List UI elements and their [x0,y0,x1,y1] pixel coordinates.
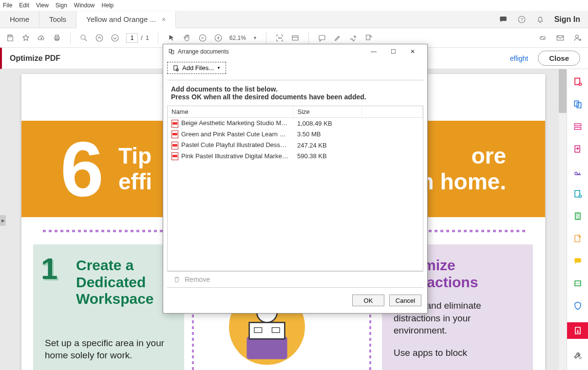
svg-rect-13 [319,35,325,39]
maximize-icon[interactable]: ☐ [383,48,403,55]
tab-tools[interactable]: Tools [39,11,76,28]
card1-number: 1 [41,251,57,286]
file-name: Beige Aesthetic Marketing Studio Monthly… [168,118,293,129]
rail-protect-icon[interactable] [572,300,584,312]
rail-create-pdf-icon[interactable] [572,76,584,88]
fit-width-icon[interactable] [275,34,284,42]
file-size: 590.38 KB [293,151,361,162]
menu-help[interactable]: Help [102,2,114,9]
preflight-button[interactable]: eflight [510,55,528,62]
rail-compress-icon[interactable] [572,210,584,222]
stamp-icon[interactable] [364,34,373,42]
scrollbar-thumb[interactable] [559,69,567,113]
page-up-icon[interactable] [95,34,104,42]
tab-document[interactable]: Yellow and Orange ... × [76,11,176,28]
rail-edit-icon[interactable] [572,121,584,132]
file-name: Pink Pastel Illustrative Digital Marketi… [168,151,293,162]
col-size[interactable]: Size [293,106,361,118]
zoom-out-icon[interactable] [198,34,207,42]
table-row[interactable]: Green and Pink Pastel Cute Learn How to … [168,129,423,140]
save-icon[interactable] [6,34,15,42]
star-icon[interactable] [21,34,30,42]
svg-rect-29 [574,124,581,126]
file-size: 1,008.49 KB [293,118,361,129]
svg-rect-15 [557,36,564,40]
dialog-msg-2: Press OK when all the desired documents … [171,93,366,101]
select-tool-icon[interactable] [167,34,176,42]
fit-page-icon[interactable] [291,34,300,42]
rail-redact-icon[interactable] [572,233,584,244]
close-tab-icon[interactable]: × [162,16,166,23]
sign-in-button[interactable]: Sign In [554,15,580,24]
trash-icon [173,276,181,283]
close-bar-button[interactable]: Close [538,51,580,66]
rail-combine-icon[interactable] [572,98,584,110]
svg-rect-3 [9,35,11,37]
highlight-icon[interactable] [333,34,342,42]
menu-edit[interactable]: Edit [19,2,29,9]
page-indicator: / 1 [126,33,149,43]
vertical-scrollbar[interactable] [559,69,567,370]
menu-view[interactable]: View [36,2,49,9]
link-icon[interactable] [538,34,547,42]
optimize-title: Optimize PDF [10,54,60,63]
rail-comment-pane-icon[interactable] [572,255,584,267]
rail-more-tools-icon[interactable] [572,350,584,361]
table-row[interactable]: Pastel Cute Playful Illustrated Dessert … [168,140,423,151]
svg-rect-0 [500,17,507,21]
page-total: 1 [146,34,149,41]
share-user-icon[interactable] [573,34,582,42]
find-icon[interactable] [79,34,88,42]
svg-rect-35 [577,213,578,219]
help-icon[interactable]: ? [517,15,526,24]
tab-document-label: Yellow and Orange ... [86,15,156,23]
hand-tool-icon[interactable] [183,34,191,42]
page-down-icon[interactable] [111,34,119,42]
tab-home[interactable]: Home [0,11,39,28]
file-size: 247.24 KB [293,140,361,151]
cloud-icon[interactable] [37,34,46,42]
dialog-message: Add documents to the list below. Press O… [167,80,423,106]
svg-rect-38 [575,281,581,286]
mail-icon[interactable] [556,34,565,42]
annotate-icon[interactable] [318,34,326,42]
rail-scan-icon[interactable] [572,278,584,289]
svg-point-7 [81,35,85,39]
right-tool-rail [567,69,588,370]
table-row[interactable]: Pink Pastel Illustrative Digital Marketi… [168,151,423,162]
rail-optimize-icon[interactable] [567,322,588,339]
rail-export-icon[interactable] [572,143,584,155]
tab-home-label: Home [10,15,29,23]
close-dialog-icon[interactable]: ✕ [403,48,422,55]
banner-line1: Tip [118,143,152,169]
add-files-button[interactable]: Add Files... ▼ [167,62,226,74]
pdf-file-icon [171,130,178,138]
ok-button[interactable]: OK [352,295,384,306]
svg-rect-5 [56,35,58,37]
sidebar-expand-handle[interactable]: ▶ [0,215,6,226]
zoom-value[interactable]: 62.1% [229,35,246,41]
page-current-input[interactable] [126,33,138,43]
pdf-file-icon [171,142,178,149]
rail-organize-pages-icon[interactable] [572,188,584,200]
svg-rect-30 [574,128,581,130]
sign-icon[interactable] [349,34,358,42]
table-row[interactable]: Beige Aesthetic Marketing Studio Monthly… [168,118,423,129]
menu-file[interactable]: File [3,2,12,9]
dialog-titlebar[interactable]: Arrange documents — ☐ ✕ [163,44,427,59]
comment-icon[interactable] [499,15,508,24]
print-icon[interactable] [53,34,61,42]
tab-tools-label: Tools [49,15,66,23]
bell-icon[interactable] [536,15,545,24]
svg-point-8 [96,35,103,41]
cancel-button[interactable]: Cancel [389,295,421,306]
menu-sign[interactable]: Sign [56,2,67,9]
minimize-icon[interactable]: — [364,48,383,55]
remove-label: Remove [185,276,210,283]
rail-sign-pane-icon[interactable] [572,166,584,177]
zoom-in-icon[interactable] [214,34,223,42]
menu-window[interactable]: Window [74,2,95,9]
card1-body: Set up a specific area in your home sole… [45,337,172,362]
dialog-file-list[interactable]: Name Size Beige Aesthetic Marketing Stud… [167,106,423,271]
col-name[interactable]: Name [168,106,293,118]
